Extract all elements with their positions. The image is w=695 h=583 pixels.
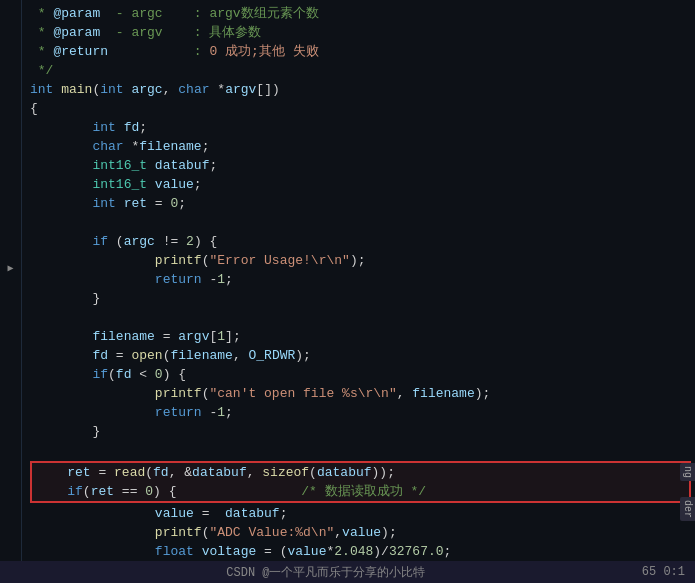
code-line: fd = open(filename, O_RDWR); — [30, 346, 695, 365]
code-line: printf("Error Usage!\r\n"); — [30, 251, 695, 270]
left-gutter: ▶ — [0, 0, 22, 561]
bottom-bar: CSDN @一个平凡而乐于分享的小比特 65 0:1 — [0, 561, 695, 583]
code-line: printf("can't open file %s\r\n", filenam… — [30, 384, 695, 403]
code-line: filename = argv[1]; — [30, 327, 695, 346]
code-line: int16_t value; — [30, 175, 695, 194]
code-line: if (argc != 2) { — [30, 232, 695, 251]
scroll-arrow[interactable]: ▶ — [7, 262, 13, 274]
side-tag-der: der — [680, 497, 695, 521]
code-line: printf("ADC Value:%d\n",value); — [30, 523, 695, 542]
code-line: int main(int argc, char *argv[]) — [30, 80, 695, 99]
code-line: value = databuf; — [30, 504, 695, 523]
code-line: { — [30, 99, 695, 118]
watermark: CSDN @一个平凡而乐于分享的小比特 — [226, 564, 425, 581]
code-area[interactable]: * @param - argc : argv数组元素个数 * @param - … — [22, 0, 695, 561]
code-line — [30, 441, 695, 460]
code-line: * @param - argv : 具体参数 — [30, 23, 695, 42]
side-tag-ng: ng — [680, 463, 695, 481]
code-line: * @param - argc : argv数组元素个数 — [30, 4, 695, 23]
code-line: * @return : 0 成功;其他 失败 — [30, 42, 695, 61]
code-line: int16_t databuf; — [30, 156, 695, 175]
highlighted-code-block: ret = read(fd, &databuf, sizeof(databuf)… — [30, 461, 691, 503]
line-col: 65 0:1 — [642, 565, 685, 579]
code-line: */ — [30, 61, 695, 80]
code-line: int fd; — [30, 118, 695, 137]
code-line — [30, 213, 695, 232]
highlighted-line: if(ret == 0) { /* 数据读取成功 */ — [32, 482, 689, 501]
code-line: } — [30, 289, 695, 308]
code-line: } — [30, 422, 695, 441]
code-line: return -1; — [30, 270, 695, 289]
code-line: return -1; — [30, 403, 695, 422]
highlighted-line: ret = read(fd, &databuf, sizeof(databuf)… — [32, 463, 689, 482]
editor-container: ▶ * @param - argc : argv数组元素个数 * @param … — [0, 0, 695, 561]
code-line: int ret = 0; — [30, 194, 695, 213]
code-line: if(fd < 0) { — [30, 365, 695, 384]
code-line — [30, 308, 695, 327]
code-line: char *filename; — [30, 137, 695, 156]
code-line: float voltage = (value*2.048)/32767.0; — [30, 542, 695, 561]
